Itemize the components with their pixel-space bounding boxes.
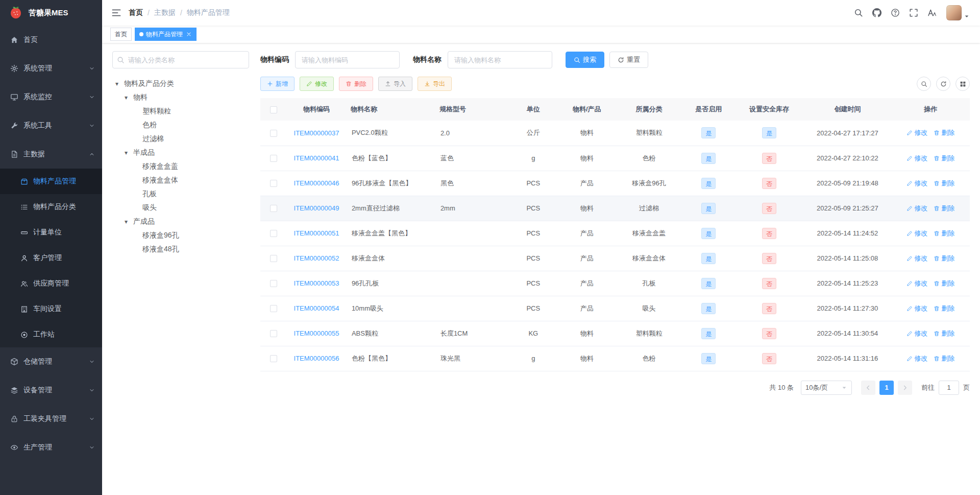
tree-node[interactable]: 移液盒48孔 xyxy=(112,242,249,256)
edit-link[interactable]: 修改 xyxy=(906,229,927,238)
sidebar-item-workstation[interactable]: 工作站 xyxy=(0,322,102,347)
navbar-fullscreen-button[interactable] xyxy=(904,0,923,26)
select-all-checkbox[interactable] xyxy=(270,106,277,113)
sidebar-item-measurement-unit[interactable]: 计量单位 xyxy=(0,220,102,245)
material-code-link[interactable]: ITEM00000037 xyxy=(294,129,339,137)
material-code-link[interactable]: ITEM00000054 xyxy=(294,304,339,312)
tree-node[interactable]: 移液盒盒体 xyxy=(112,173,249,187)
tree-node[interactable]: 孔板 xyxy=(112,187,249,201)
column-header[interactable]: 操作 xyxy=(891,98,970,121)
material-code-link[interactable]: ITEM00000055 xyxy=(294,329,339,337)
material-code-link[interactable]: ITEM00000052 xyxy=(294,254,339,262)
material-code-link[interactable]: ITEM00000049 xyxy=(294,204,339,212)
column-header[interactable]: 物料编码 xyxy=(286,98,347,121)
sidebar-item-system-monitoring[interactable]: 系统监控 xyxy=(0,83,102,111)
tree-node[interactable]: ▾物料及产品分类 xyxy=(112,77,249,90)
delete-link[interactable]: 删除 xyxy=(934,354,954,363)
row-checkbox[interactable] xyxy=(270,355,277,362)
tree-expand-caret-icon[interactable]: ▾ xyxy=(125,149,133,156)
tree-expand-caret-icon[interactable]: ▾ xyxy=(125,218,133,225)
sidebar-item-supplier-management[interactable]: 供应商管理 xyxy=(0,271,102,296)
edit-link[interactable]: 修改 xyxy=(906,329,927,338)
navbar-help-button[interactable] xyxy=(886,0,904,26)
row-checkbox[interactable] xyxy=(270,180,277,187)
delete-link[interactable]: 删除 xyxy=(934,204,954,213)
goto-page-input[interactable] xyxy=(939,381,959,395)
material-name-input[interactable] xyxy=(448,51,552,68)
search-button[interactable]: 搜索 xyxy=(566,52,604,68)
column-header[interactable]: 是否启用 xyxy=(682,98,734,121)
close-icon[interactable] xyxy=(186,31,192,37)
edit-link[interactable]: 修改 xyxy=(906,179,927,188)
add-button[interactable]: 新增 xyxy=(260,77,295,91)
category-search-input[interactable] xyxy=(112,51,249,68)
edit-link[interactable]: 修改 xyxy=(906,354,927,363)
sidebar-item-system-management[interactable]: 系统管理 xyxy=(0,54,102,83)
column-header[interactable]: 所属分类 xyxy=(616,98,682,121)
refresh-button[interactable] xyxy=(936,77,950,91)
row-checkbox[interactable] xyxy=(270,155,277,162)
navbar-search-button[interactable] xyxy=(849,0,868,26)
column-header[interactable]: 单位 xyxy=(508,98,558,121)
column-header[interactable]: 创建时间 xyxy=(803,98,891,121)
prev-page-button[interactable] xyxy=(861,381,875,395)
material-code-link[interactable]: ITEM00000056 xyxy=(294,355,339,362)
tree-node[interactable]: 吸头 xyxy=(112,201,249,215)
delete-link[interactable]: 删除 xyxy=(934,329,954,338)
breadcrumb-item-home[interactable]: 首页 xyxy=(129,8,143,17)
delete-link[interactable]: 删除 xyxy=(934,229,954,238)
sidebar-item-fixture-management[interactable]: 工装夹具管理 xyxy=(0,405,102,433)
navbar-font-size-button[interactable] xyxy=(923,0,941,26)
tree-node[interactable]: 色粉 xyxy=(112,118,249,132)
material-code-link[interactable]: ITEM00000041 xyxy=(294,154,339,162)
avatar[interactable] xyxy=(946,5,962,20)
sidebar-item-customer-management[interactable]: 客户管理 xyxy=(0,245,102,271)
row-checkbox[interactable] xyxy=(270,230,277,237)
delete-button[interactable]: 删除 xyxy=(339,77,373,91)
next-page-button[interactable] xyxy=(898,381,912,395)
tree-node[interactable]: 移液盒盒盖 xyxy=(112,159,249,173)
reset-button[interactable]: 重置 xyxy=(609,52,648,68)
edit-link[interactable]: 修改 xyxy=(906,304,927,313)
import-button[interactable]: 导入 xyxy=(378,77,412,91)
edit-link[interactable]: 修改 xyxy=(906,204,927,213)
tree-expand-caret-icon[interactable]: ▾ xyxy=(115,80,124,87)
row-checkbox[interactable] xyxy=(270,280,277,287)
breadcrumb-item-master-data[interactable]: 主数据 xyxy=(154,8,176,17)
app-logo[interactable]: 苦糖果MES xyxy=(0,0,102,26)
row-checkbox[interactable] xyxy=(270,330,277,337)
material-code-link[interactable]: ITEM00000051 xyxy=(294,229,339,237)
material-code-link[interactable]: ITEM00000046 xyxy=(294,179,339,187)
row-checkbox[interactable] xyxy=(270,205,277,212)
row-checkbox[interactable] xyxy=(270,255,277,262)
sidebar-item-system-tools[interactable]: 系统工具 xyxy=(0,111,102,140)
material-code-input[interactable] xyxy=(295,51,400,68)
columns-button[interactable] xyxy=(955,77,970,91)
delete-link[interactable]: 删除 xyxy=(934,279,954,288)
column-header[interactable]: 物料名称 xyxy=(347,98,435,121)
tree-node[interactable]: 过滤棉 xyxy=(112,132,249,146)
delete-link[interactable]: 删除 xyxy=(934,304,954,313)
sidebar-item-production-management[interactable]: 生产管理 xyxy=(0,433,102,462)
edit-button[interactable]: 修改 xyxy=(300,77,334,91)
page-size-select[interactable]: 10条/页 xyxy=(801,381,852,395)
tree-node[interactable]: 塑料颗粒 xyxy=(112,104,249,118)
tree-node[interactable]: 移液盒96孔 xyxy=(112,228,249,242)
sidebar-toggle-icon[interactable] xyxy=(111,8,121,18)
tab-material-product-management[interactable]: 物料产品管理 xyxy=(135,28,197,41)
material-code-link[interactable]: ITEM00000053 xyxy=(294,279,339,287)
sidebar-item-workshop-settings[interactable]: 车间设置 xyxy=(0,296,102,322)
sidebar-item-material-product-category[interactable]: 物料产品分类 xyxy=(0,194,102,220)
tree-node[interactable]: ▾半成品 xyxy=(112,146,249,159)
sidebar-item-material-product-management[interactable]: 物料产品管理 xyxy=(0,169,102,194)
search-toggle-button[interactable] xyxy=(917,77,931,91)
delete-link[interactable]: 删除 xyxy=(934,154,954,163)
navbar-github-button[interactable] xyxy=(868,0,886,26)
edit-link[interactable]: 修改 xyxy=(906,128,927,137)
tree-node[interactable]: ▾产成品 xyxy=(112,215,249,228)
column-header[interactable]: 物料/产品 xyxy=(558,98,616,121)
sidebar-item-master-data[interactable]: 主数据 xyxy=(0,140,102,169)
edit-link[interactable]: 修改 xyxy=(906,279,927,288)
tree-node[interactable]: ▾物料 xyxy=(112,90,249,104)
tree-expand-caret-icon[interactable]: ▾ xyxy=(125,94,133,101)
